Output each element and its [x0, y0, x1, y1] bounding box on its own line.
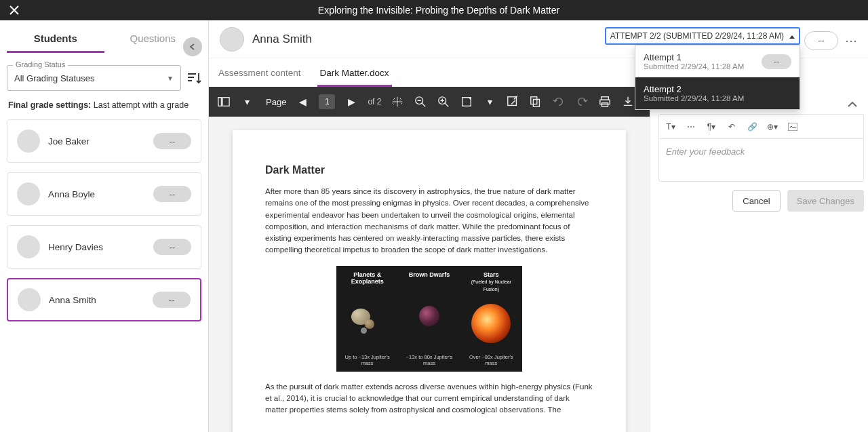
grading-status-select[interactable]: Grading Status All Grading Statuses ▼ — [7, 65, 181, 91]
svg-rect-7 — [534, 99, 540, 106]
next-page-icon[interactable]: ▶ — [344, 95, 358, 109]
fit-icon[interactable] — [460, 95, 473, 109]
more-options-icon[interactable]: ⋯ — [845, 33, 859, 48]
save-changes-button[interactable]: Save Changes — [787, 190, 864, 212]
svg-rect-10 — [602, 103, 608, 106]
document-title: Dark Matter — [265, 164, 593, 176]
tab-students[interactable]: Students — [7, 26, 104, 53]
download-icon[interactable] — [621, 95, 635, 109]
svg-rect-11 — [788, 123, 797, 131]
student-card-joe-baker[interactable]: Joe Baker -- — [7, 119, 201, 163]
grade-pill: -- — [762, 54, 791, 69]
student-card-anna-boyle[interactable]: Anna Boyle -- — [7, 172, 201, 216]
grade-pill[interactable]: -- — [153, 133, 191, 149]
sidebar: Students Questions Grading Status All Gr… — [0, 20, 209, 432]
select-label: Grading Status — [13, 60, 68, 68]
close-icon[interactable] — [9, 5, 19, 15]
page-number-input[interactable]: 1 — [319, 94, 335, 109]
avatar — [17, 235, 40, 258]
student-name: Anna Smith — [49, 295, 153, 305]
text-style-icon[interactable]: T▾ — [665, 121, 677, 133]
attempt-label: Attempt 2 — [644, 84, 744, 94]
attempt-select-label: ATTEMPT 2/2 (SUBMITTED 2/29/24, 11:28 AM… — [610, 31, 784, 41]
collapse-sidebar-button[interactable] — [183, 37, 202, 56]
redo-icon[interactable] — [575, 95, 589, 109]
main-panel: Anna Smith -- ⋯ ATTEMPT 2/2 (SUBMITTED 2… — [209, 20, 868, 432]
document-paragraph: As the pursuit of dark matter extends ac… — [265, 381, 593, 416]
page-total: of 2 — [368, 97, 381, 106]
figure-col-stars: Stars(Fueled by Nuclear Fusion) Over ~80… — [460, 266, 522, 372]
document-page: Dark Matter After more than 85 years sin… — [233, 130, 626, 432]
grade-pill[interactable]: -- — [153, 239, 191, 255]
avatar — [220, 27, 244, 52]
caret-down-icon[interactable]: ▾ — [240, 95, 254, 109]
attempt-dropdown: Attempt 1 Submitted 2/29/24, 11:28 AM --… — [635, 45, 800, 110]
svg-rect-1 — [222, 98, 229, 106]
final-grade-settings: Final grade settings: Last attempt with … — [8, 100, 200, 110]
undo-icon[interactable] — [552, 95, 566, 109]
attempt-option-1[interactable]: Attempt 1 Submitted 2/29/24, 11:28 AM -- — [635, 45, 800, 77]
feedback-editor-toolbar: T▾ ⋯ ¶▾ ↶ 🔗 ⊕▾ — [658, 114, 864, 138]
avatar — [17, 182, 40, 205]
feedback-input[interactable]: Enter your feedback — [658, 138, 864, 182]
attempt-option-2[interactable]: Attempt 2 Submitted 2/29/24, 11:28 AM — [635, 77, 800, 109]
caret-down-icon: ▼ — [167, 75, 174, 82]
svg-rect-4 — [462, 98, 471, 106]
figure-col-planets: Planets & Exoplanets Up to ~13x Jupiter'… — [336, 266, 398, 372]
viewer-toolbar: ▾ Page ◀ 1 ▶ of 2 ▾ — [209, 87, 650, 117]
add-icon[interactable]: ⊕▾ — [766, 121, 778, 133]
print-icon[interactable] — [598, 95, 612, 109]
copy-icon[interactable] — [529, 95, 542, 109]
feedback-placeholder: Enter your feedback — [666, 146, 745, 157]
pan-icon[interactable] — [391, 95, 404, 109]
tab-assessment-content[interactable]: Assessment content — [216, 64, 304, 87]
document-viewer: ▾ Page ◀ 1 ▶ of 2 ▾ — [209, 87, 650, 432]
student-name: Joe Baker — [48, 136, 153, 146]
modal-header: Exploring the Invisible: Probing the Dep… — [0, 0, 868, 20]
avatar — [17, 130, 40, 153]
sort-icon[interactable] — [186, 71, 201, 85]
document-paragraph: After more than 85 years since its disco… — [265, 186, 593, 256]
svg-rect-0 — [218, 98, 222, 106]
svg-rect-6 — [531, 97, 537, 104]
attempt-label: Attempt 1 — [644, 52, 744, 62]
more-icon[interactable]: ⋯ — [685, 121, 697, 133]
attempt-sub: Submitted 2/29/24, 11:28 AM — [644, 94, 744, 102]
figure-col-brown-dwarfs: Brown Dwarfs ~13x to 80x Jupiter's mass — [398, 266, 460, 372]
tab-dark-matter-docx[interactable]: Dark Matter.docx — [317, 64, 392, 87]
student-card-anna-smith[interactable]: Anna Smith -- — [7, 278, 201, 321]
sidebar-tabs: Students Questions — [7, 26, 201, 53]
avatar — [18, 288, 41, 311]
grade-pill[interactable]: -- — [153, 186, 191, 202]
grade-pill[interactable]: -- — [153, 292, 191, 308]
student-card-henry-davies[interactable]: Henry Davies -- — [7, 225, 201, 269]
page-label: Page — [266, 97, 286, 107]
caret-down-icon[interactable]: ▾ — [483, 95, 496, 109]
attempt-sub: Submitted 2/29/24, 11:28 AM — [644, 62, 744, 71]
insert-icon[interactable] — [787, 121, 799, 133]
feedback-panel: T▾ ⋯ ¶▾ ↶ 🔗 ⊕▾ Enter your feedback Cance… — [650, 87, 868, 432]
select-value: All Grading Statuses — [14, 73, 95, 83]
document-figure: Planets & Exoplanets Up to ~13x Jupiter'… — [336, 266, 522, 372]
document-canvas[interactable]: Dark Matter After more than 85 years sin… — [209, 117, 650, 432]
student-name: Henry Davies — [48, 242, 153, 252]
panel-toggle-icon[interactable] — [217, 95, 231, 109]
cancel-button[interactable]: Cancel — [732, 190, 780, 212]
student-header-name: Anna Smith — [252, 33, 312, 46]
page-title: Exploring the Invisible: Probing the Dep… — [19, 5, 859, 16]
prev-page-icon[interactable]: ◀ — [296, 95, 309, 109]
zoom-in-icon[interactable] — [437, 95, 450, 109]
attempt-select[interactable]: ATTEMPT 2/2 (SUBMITTED 2/29/24, 11:28 AM… — [605, 27, 800, 45]
link-icon[interactable]: 🔗 — [746, 121, 758, 133]
student-name: Anna Boyle — [48, 189, 153, 199]
annotate-icon[interactable] — [506, 95, 519, 109]
overall-grade-pill[interactable]: -- — [804, 31, 838, 50]
paragraph-icon[interactable]: ¶▾ — [705, 121, 717, 133]
undo-icon[interactable]: ↶ — [726, 121, 738, 133]
zoom-out-icon[interactable] — [414, 95, 427, 109]
